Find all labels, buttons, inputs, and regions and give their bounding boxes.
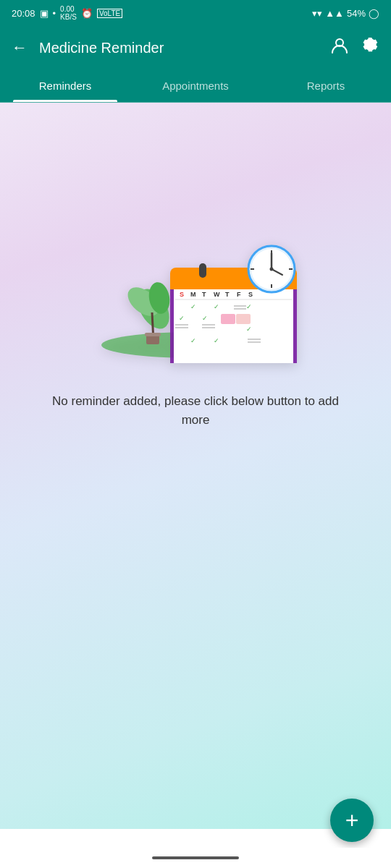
- data-speed: 0.00KB/S: [60, 5, 77, 21]
- svg-text:✓: ✓: [214, 337, 219, 344]
- svg-text:✓: ✓: [190, 337, 196, 344]
- svg-rect-32: [221, 314, 235, 324]
- svg-text:T: T: [225, 291, 230, 298]
- volte-icon: VoLTE: [97, 9, 122, 18]
- home-indicator: [152, 856, 239, 859]
- svg-text:W: W: [214, 291, 220, 298]
- back-button[interactable]: ←: [12, 38, 28, 57]
- status-bar: 20:08 ▣ • 0.00KB/S ⏰ VoLTE ▾▾ ▲▲ 54% ◯: [0, 0, 391, 26]
- svg-text:S: S: [248, 291, 253, 298]
- battery-icon: ◯: [369, 8, 379, 19]
- svg-text:T: T: [202, 291, 206, 298]
- top-app-bar: ← Medicine Reminder: [0, 26, 391, 69]
- svg-text:S: S: [180, 291, 184, 298]
- svg-text:✓: ✓: [246, 303, 252, 310]
- settings-button[interactable]: [361, 36, 379, 59]
- status-left: 20:08 ▣ • 0.00KB/S ⏰ VoLTE: [12, 5, 122, 21]
- svg-text:✓: ✓: [190, 303, 196, 310]
- profile-button[interactable]: [330, 36, 349, 59]
- alarm-icon: ⏰: [81, 8, 93, 19]
- app-title: Medicine Reminder: [39, 40, 319, 56]
- status-right: ▾▾ ▲▲ 54% ◯: [312, 8, 379, 19]
- wifi-icon: ▾▾: [312, 8, 322, 19]
- signal-icon: ▲▲: [325, 8, 344, 19]
- tab-bar: Reminders Appointments Reports: [0, 69, 391, 103]
- svg-text:✓: ✓: [179, 315, 185, 322]
- svg-text:M: M: [190, 291, 196, 298]
- tab-reports[interactable]: Reports: [261, 69, 391, 102]
- battery-text: 54%: [347, 8, 366, 19]
- svg-rect-10: [145, 333, 161, 336]
- time-display: 20:08: [12, 8, 35, 19]
- add-reminder-fab[interactable]: +: [330, 799, 374, 842]
- tab-appointments[interactable]: Appointments: [130, 69, 261, 102]
- dot-indicator: •: [53, 8, 56, 19]
- empty-state-message: No reminder added, please click below bu…: [22, 392, 369, 429]
- sim-icon: ▣: [40, 8, 49, 19]
- svg-text:F: F: [237, 291, 241, 298]
- svg-text:✓: ✓: [214, 303, 219, 310]
- bottom-nav-bar: [0, 848, 391, 868]
- svg-rect-16: [199, 263, 206, 278]
- empty-state-illustration: S M T W T F S ✓ ✓ ✓ ✓ ✓ ✓: [87, 190, 304, 363]
- svg-rect-33: [236, 314, 251, 324]
- svg-text:✓: ✓: [246, 326, 252, 333]
- svg-text:✓: ✓: [202, 315, 208, 322]
- main-content: S M T W T F S ✓ ✓ ✓ ✓ ✓ ✓: [0, 103, 391, 829]
- tab-reminders[interactable]: Reminders: [0, 69, 130, 102]
